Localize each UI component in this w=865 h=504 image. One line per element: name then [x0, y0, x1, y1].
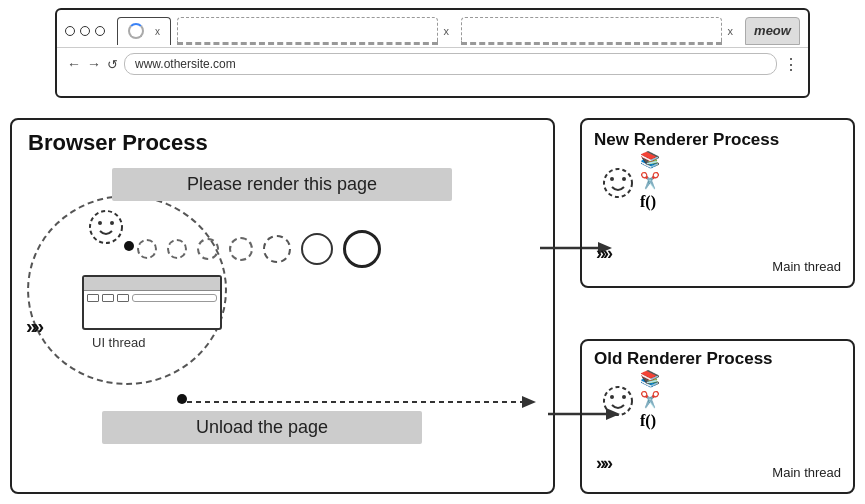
please-render-message: Please render this page: [112, 168, 452, 201]
svg-point-2: [110, 221, 114, 225]
tab-1-close[interactable]: x: [155, 26, 160, 37]
new-renderer-icons: 📚 ✂️ f(): [640, 150, 660, 212]
tab-3-close[interactable]: x: [728, 25, 734, 37]
browser-chrome: x x x meow ← → ↺ www.othersite.com ⋮: [55, 8, 810, 98]
dot-5: [263, 235, 291, 263]
old-renderer-box: Old Renderer Process 📚 ✂️ f() »» Main th…: [580, 339, 855, 494]
dot-1: [137, 239, 157, 259]
dot-filled-1: [124, 241, 134, 251]
old-renderer-label: Old Renderer Process: [594, 349, 773, 369]
dot-3: [197, 238, 219, 260]
address-bar[interactable]: www.othersite.com: [124, 53, 777, 75]
ui-title-bar: [84, 277, 220, 291]
tab-spacer-2: [461, 17, 722, 45]
address-text: www.othersite.com: [135, 57, 236, 71]
svg-point-9: [622, 177, 626, 181]
tab-2-close[interactable]: x: [444, 25, 450, 37]
svg-point-1: [98, 221, 102, 225]
dot-filled-2: [177, 394, 187, 404]
tab-spacer-1: [177, 17, 438, 45]
dot-6: [301, 233, 333, 265]
tab-dot-2: [80, 26, 90, 36]
new-renderer-smiley: [600, 165, 636, 205]
old-renderer-smiley: [600, 383, 636, 423]
old-renderer-main-thread: Main thread: [772, 465, 841, 480]
dots-row: [137, 230, 381, 268]
tab-dot-3: [95, 26, 105, 36]
ui-address: [132, 294, 217, 302]
chevron-left: »»: [26, 315, 40, 338]
forward-button[interactable]: →: [87, 56, 101, 72]
new-renderer-chevrons: »»: [596, 243, 610, 264]
reload-button[interactable]: ↺: [107, 57, 118, 72]
svg-marker-4: [522, 396, 536, 408]
svg-point-0: [90, 211, 122, 243]
address-row: ← → ↺ www.othersite.com ⋮: [57, 48, 808, 80]
svg-point-14: [622, 395, 626, 399]
menu-button[interactable]: ⋮: [783, 55, 798, 74]
dot-4: [229, 237, 253, 261]
old-renderer-icons: 📚 ✂️ f(): [640, 369, 660, 431]
ui-thread-label: UI thread: [92, 335, 145, 350]
dot-2: [167, 239, 187, 259]
svg-point-12: [604, 387, 632, 415]
meow-label: meow: [754, 23, 791, 38]
browser-process-label: Browser Process: [28, 130, 208, 156]
dot-7: [343, 230, 381, 268]
unload-page-message: Unload the page: [102, 411, 422, 444]
svg-point-7: [604, 169, 632, 197]
ui-btn-reload: [117, 294, 129, 302]
old-renderer-chevrons: »»: [596, 453, 610, 474]
diagram-area: Browser Process »»: [0, 108, 865, 504]
svg-point-13: [610, 395, 614, 399]
back-button[interactable]: ←: [67, 56, 81, 72]
new-renderer-label: New Renderer Process: [594, 130, 779, 150]
new-tab-button[interactable]: meow: [745, 17, 800, 45]
svg-point-8: [610, 177, 614, 181]
ui-btn-fwd: [102, 294, 114, 302]
browser-process-box: Browser Process »»: [10, 118, 555, 494]
browser-smiley: [87, 208, 125, 250]
tab-controls: [65, 26, 105, 36]
ui-thread-component: UI thread: [82, 275, 222, 330]
tab-dot-1: [65, 26, 75, 36]
ui-btn-back: [87, 294, 99, 302]
new-renderer-box: New Renderer Process 📚 ✂️ f() »» Main th…: [580, 118, 855, 288]
tabs-row: x x x meow: [57, 10, 808, 48]
new-renderer-main-thread: Main thread: [772, 259, 841, 274]
ui-thread-icon: [82, 275, 222, 330]
tab-1[interactable]: x: [117, 17, 171, 45]
ui-toolbar: [84, 291, 220, 305]
